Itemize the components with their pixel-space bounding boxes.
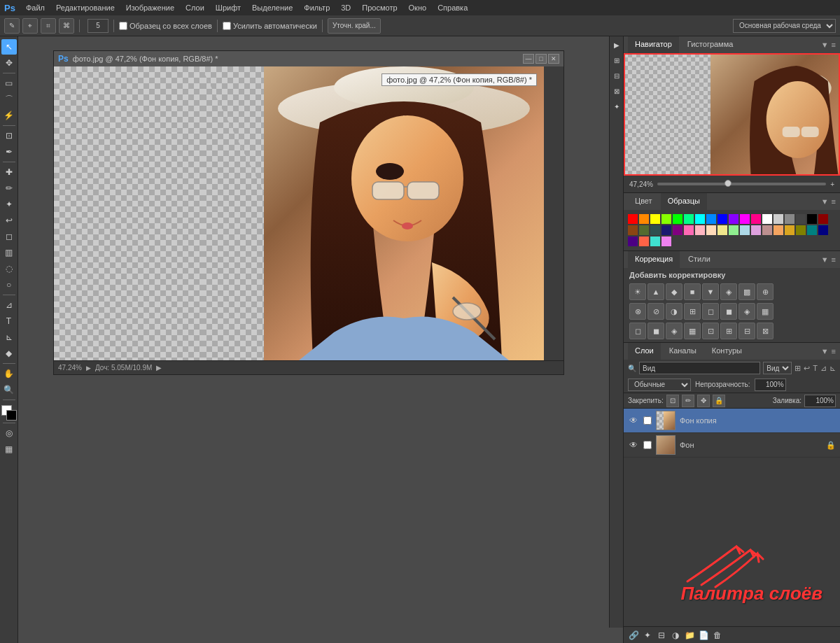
layers-icon5[interactable]: ⊾	[830, 364, 836, 373]
tab-color[interactable]: Цвет	[628, 193, 659, 210]
layer-item-1[interactable]: 👁Фон🔒	[624, 433, 840, 458]
swatch-27[interactable]	[729, 225, 738, 235]
adj-icon-⊡[interactable]: ⊡	[702, 323, 719, 339]
tool-path-select[interactable]: ⊾	[1, 330, 17, 345]
adj-icon-◻[interactable]: ◻	[629, 323, 646, 339]
adj-icon-◻[interactable]: ◻	[702, 303, 719, 320]
swatch-1[interactable]	[639, 214, 649, 224]
adj-icon-◈[interactable]: ◈	[720, 283, 737, 300]
swatch-14[interactable]	[785, 214, 794, 224]
close-btn[interactable]: ✕	[548, 54, 559, 64]
adj-icon-⊟[interactable]: ⊟	[738, 323, 755, 339]
swatch-7[interactable]	[706, 214, 716, 224]
side-icon-4[interactable]: ⊠	[611, 85, 622, 97]
tool-zoom[interactable]: 🔍	[1, 382, 17, 397]
layer-checkbox-1[interactable]	[643, 441, 652, 449]
workspace-select[interactable]: Основная рабочая среда	[733, 19, 836, 33]
adj-icon-☀[interactable]: ☀	[629, 283, 646, 300]
tool-history[interactable]: ↩	[1, 213, 17, 228]
tool-gradient[interactable]: ▥	[1, 245, 17, 260]
swatch-25[interactable]	[706, 225, 716, 235]
nav-viewport-indicator[interactable]	[624, 53, 840, 176]
tool-stamp[interactable]: ✦	[1, 197, 17, 212]
lock-position-btn[interactable]: ✥	[697, 395, 710, 407]
tab-swatches[interactable]: Образцы	[661, 193, 707, 210]
swatch-37[interactable]	[639, 236, 649, 246]
adj-icon-◑[interactable]: ◑	[666, 303, 682, 320]
tool-pen[interactable]: ⊿	[1, 297, 17, 313]
auto-enhance-label[interactable]: Усилить автоматически	[223, 22, 317, 30]
maximize-btn[interactable]: □	[536, 54, 547, 64]
swatch-38[interactable]	[650, 236, 660, 246]
layer-mask-btn[interactable]: ⊟	[656, 630, 667, 641]
swatch-30[interactable]	[762, 225, 772, 235]
menu-select[interactable]: Выделение	[247, 2, 298, 13]
menu-3d[interactable]: 3D	[336, 2, 356, 13]
lock-all-btn[interactable]: 🔒	[713, 395, 725, 407]
tool-lasso[interactable]: ⌒	[1, 92, 17, 107]
tool-refine-btn3[interactable]: ⌘	[59, 18, 74, 34]
swatch-21[interactable]	[662, 225, 671, 235]
swatch-16[interactable]	[807, 214, 817, 224]
color-swatches[interactable]	[1, 405, 17, 421]
tool-text[interactable]: T	[1, 313, 17, 329]
tab-layers[interactable]: Слои	[628, 343, 661, 360]
adj-icon-⊞[interactable]: ⊞	[684, 303, 701, 320]
color-panel-collapse[interactable]: ▼	[821, 197, 829, 206]
document-canvas[interactable]: фото.jpg @ 47,2% (Фон копия, RGB/8#) *	[54, 66, 544, 360]
brush-size-input[interactable]	[88, 19, 108, 33]
zoom-slider-thumb[interactable]	[724, 180, 732, 187]
swatch-22[interactable]	[673, 225, 682, 235]
tool-mode-btn[interactable]: ✎	[4, 18, 20, 34]
opacity-input[interactable]	[755, 379, 786, 391]
tool-crop[interactable]: ⊡	[1, 128, 17, 143]
swatch-9[interactable]	[729, 214, 738, 224]
swatch-4[interactable]	[673, 214, 682, 224]
tab-channels[interactable]: Каналы	[662, 343, 704, 360]
swatch-26[interactable]	[718, 225, 727, 235]
swatch-6[interactable]	[695, 214, 705, 224]
swatch-19[interactable]	[639, 225, 649, 235]
tool-mode[interactable]: ◎	[1, 425, 17, 441]
menu-file[interactable]: Файл	[21, 2, 50, 13]
layers-icon3[interactable]: T	[813, 364, 818, 372]
tab-corrections[interactable]: Коррекция	[628, 251, 680, 268]
tool-move[interactable]: ✥	[1, 55, 17, 71]
tool-hand[interactable]: ✋	[1, 366, 17, 381]
swatch-10[interactable]	[740, 214, 750, 224]
menu-layers[interactable]: Слои	[181, 2, 209, 13]
refine-edge-btn[interactable]: Уточн. край...	[328, 18, 381, 34]
sample-all-label[interactable]: Образец со всех слоев	[119, 22, 212, 30]
swatch-29[interactable]	[751, 225, 761, 235]
adj-icon-▩[interactable]: ▩	[738, 283, 755, 300]
swatch-5[interactable]	[684, 214, 694, 224]
menu-help[interactable]: Справка	[433, 2, 472, 13]
adj-icon-■[interactable]: ■	[684, 283, 701, 300]
tool-screen[interactable]: ▦	[1, 441, 17, 457]
tool-shape[interactable]: ◆	[1, 346, 17, 361]
minimize-btn[interactable]: —	[523, 54, 534, 64]
tool-eraser[interactable]: ◻	[1, 229, 17, 244]
swatch-28[interactable]	[740, 225, 750, 235]
tool-eyedropper[interactable]: ✒	[1, 144, 17, 160]
lock-transparent-btn[interactable]: ⊡	[666, 395, 679, 407]
zoom-slider[interactable]	[657, 183, 826, 185]
tool-refine-btn2[interactable]: ⌗	[41, 18, 56, 34]
adj-icon-◼[interactable]: ◼	[720, 303, 737, 320]
fill-input[interactable]	[804, 395, 836, 407]
layers-filter-select[interactable]: Вид	[763, 362, 792, 374]
adj-icon-▲[interactable]: ▲	[648, 283, 664, 300]
adj-menu[interactable]: ≡	[832, 255, 836, 264]
tab-navigator[interactable]: Навигатор	[628, 36, 679, 53]
side-icon-2[interactable]: ⊞	[611, 55, 622, 66]
adj-icon-◈[interactable]: ◈	[666, 323, 682, 339]
adj-icon-⊕[interactable]: ⊕	[757, 283, 774, 300]
link-layers-btn[interactable]: 🔗	[628, 630, 639, 641]
menu-window[interactable]: Окно	[404, 2, 432, 13]
auto-enhance-checkbox[interactable]	[223, 22, 231, 30]
new-layer-btn[interactable]: 📄	[698, 630, 709, 641]
swatch-17[interactable]	[818, 214, 828, 224]
blend-mode-select[interactable]: Обычные	[628, 379, 691, 391]
swatch-24[interactable]	[695, 225, 705, 235]
tool-selection[interactable]: ↖	[1, 39, 17, 55]
